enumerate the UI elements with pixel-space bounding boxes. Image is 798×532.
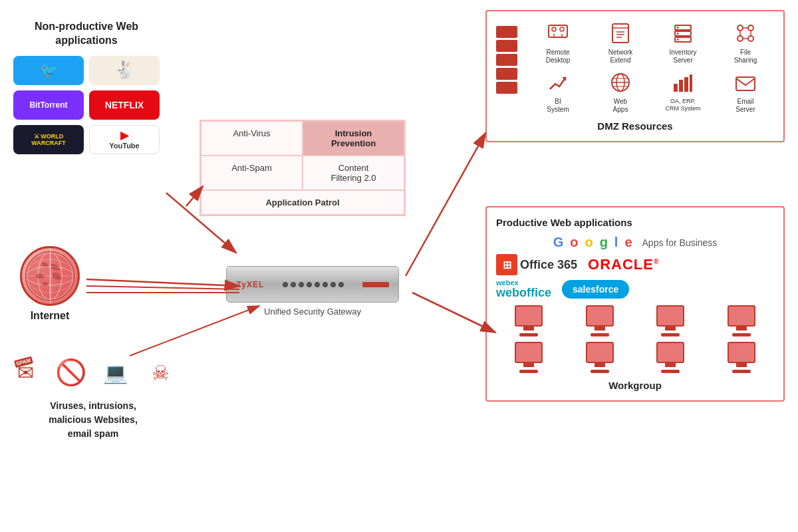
workstation-3: [638, 305, 704, 336]
dmz-file-sharing: FileSharing: [717, 21, 774, 65]
webex-salesforce-row: webex weboffice salesforce: [496, 279, 774, 299]
google-logo-g2: g: [600, 235, 608, 250]
svg-rect-7: [549, 25, 567, 37]
svg-point-22: [677, 33, 679, 35]
warcraft-text: ⚔ WORLDWARCRAFT: [31, 133, 66, 146]
google-logo-l: l: [614, 235, 618, 250]
workgroup-label: Workgroup: [496, 380, 774, 391]
monitor-5: [515, 342, 543, 363]
youtube-logo: ▶ YouTube: [89, 125, 160, 154]
weboffice-text: weboffice: [496, 287, 551, 299]
dmz-network-extend: NetworkExtend: [592, 21, 649, 65]
threat-icons-row: ✉ SPAM 🚫 💻 ☠: [7, 352, 180, 392]
webex-logo-container: webex weboffice: [496, 279, 551, 299]
stand-2: [591, 333, 609, 336]
stand-1: [519, 333, 538, 336]
dmz-web-apps: WebApps: [592, 70, 649, 114]
svg-point-26: [737, 36, 743, 41]
warcraft-logo: ⚔ WORLDWARCRAFT: [13, 125, 84, 154]
dmz-section: RemoteDesktop NetworkExtend: [485, 10, 785, 142]
svg-point-21: [677, 27, 679, 29]
productive-title: Productive Web applications: [496, 217, 774, 228]
arrow-internet-to-gateway: [86, 279, 239, 286]
erp-label: OA, ERP,CRM System: [654, 98, 712, 112]
workstation-4: [709, 305, 775, 336]
gateway-ports: [283, 282, 344, 287]
office365-icon-text: ⊞: [503, 259, 511, 271]
svg-point-2: [26, 267, 74, 285]
server-block-2: [496, 40, 517, 52]
file-sharing-label: FileSharing: [717, 49, 774, 65]
security-row-3: Application Patrol: [201, 190, 404, 215]
dmz-remote-desktop: RemoteDesktop: [529, 21, 587, 65]
threats-section: ✉ SPAM 🚫 💻 ☠ Viruses, intrusions, malici…: [7, 352, 180, 441]
remote-desktop-icon: [545, 21, 571, 46]
stand-4: [732, 333, 751, 336]
gateway-device: ZyXEL: [226, 266, 399, 303]
monitor-4: [728, 305, 755, 327]
app-logos-grid: 🐦 🐇 BitTorrent NETFLIX ⚔ WORLDWARCRAFT ▶…: [13, 56, 160, 154]
gateway-brand-label: ZyXEL: [236, 280, 264, 289]
web-apps-icon: [608, 70, 633, 95]
svg-point-25: [748, 25, 753, 31]
svg-point-3: [26, 259, 74, 293]
port-5: [315, 282, 320, 287]
internet-section: Internet: [20, 246, 80, 322]
web-apps-label: WebApps: [592, 98, 649, 114]
emule-logo: 🐇: [89, 56, 160, 85]
server-block-1: [496, 26, 517, 38]
intrusion-prevention-cell: IntrusionPrevention: [303, 121, 404, 156]
svg-point-27: [748, 36, 753, 41]
computers-row-1: [496, 305, 774, 336]
svg-rect-42: [736, 77, 755, 90]
twitter-logo: 🐦: [13, 56, 84, 85]
port-2: [291, 282, 296, 287]
donkey-icon: 🐇: [114, 60, 135, 80]
twitter-icon: 🐦: [40, 62, 58, 79]
svg-point-24: [737, 25, 743, 31]
network-extend-icon: [608, 21, 633, 46]
bittorrent-logo: BitTorrent: [13, 90, 84, 120]
svg-point-23: [677, 39, 679, 41]
email-server-label: EmailServer: [717, 98, 774, 114]
monitor-3: [656, 305, 684, 327]
bittorrent-text: BitTorrent: [29, 100, 67, 110]
port-1: [283, 282, 288, 287]
inventory-server-label: InventoryServer: [654, 49, 712, 65]
office-oracle-row: ⊞ Office 365 ORACLE®: [496, 254, 774, 275]
netflix-text: NETFLIX: [105, 100, 144, 110]
monitor-7: [656, 342, 684, 363]
non-productive-section: Non-productive Web applications 🐦 🐇 BitT…: [13, 20, 160, 162]
gateway-accent: [362, 282, 389, 287]
svg-point-0: [26, 252, 74, 300]
google-logo-e: e: [624, 235, 632, 250]
productive-section: Productive Web applications G o o g l e …: [485, 206, 785, 402]
svg-point-1: [38, 252, 62, 300]
stand-8: [732, 370, 751, 373]
computers-row-2: [496, 342, 774, 373]
skull-icon: ☠: [142, 352, 180, 392]
monitor-2: [586, 305, 614, 327]
svg-rect-40: [684, 77, 688, 92]
monitor-1: [515, 305, 543, 327]
workstation-2: [567, 305, 633, 336]
svg-rect-38: [674, 84, 678, 92]
google-logo-o1: o: [570, 235, 578, 250]
svg-rect-39: [679, 80, 683, 92]
security-row-1: Anti-Virus IntrusionPrevention: [201, 121, 404, 156]
netflix-logo: NETFLIX: [89, 90, 160, 120]
stand-3: [661, 333, 680, 336]
anti-spam-cell: Anti-Spam: [201, 156, 303, 190]
spam-icon: ✉ SPAM: [7, 352, 45, 392]
arrow-gateway-to-productive: [412, 293, 495, 332]
port-6: [323, 282, 328, 287]
workstation-7: [638, 342, 704, 373]
email-server-icon: [733, 70, 758, 95]
virus-computer-icon: 💻: [96, 352, 135, 392]
dmz-inventory-server: InventoryServer: [654, 21, 712, 65]
server-block-3: [496, 54, 517, 66]
non-productive-title: Non-productive Web applications: [13, 20, 160, 48]
port-3: [299, 282, 304, 287]
server-block-4: [496, 68, 517, 80]
port-7: [331, 282, 336, 287]
